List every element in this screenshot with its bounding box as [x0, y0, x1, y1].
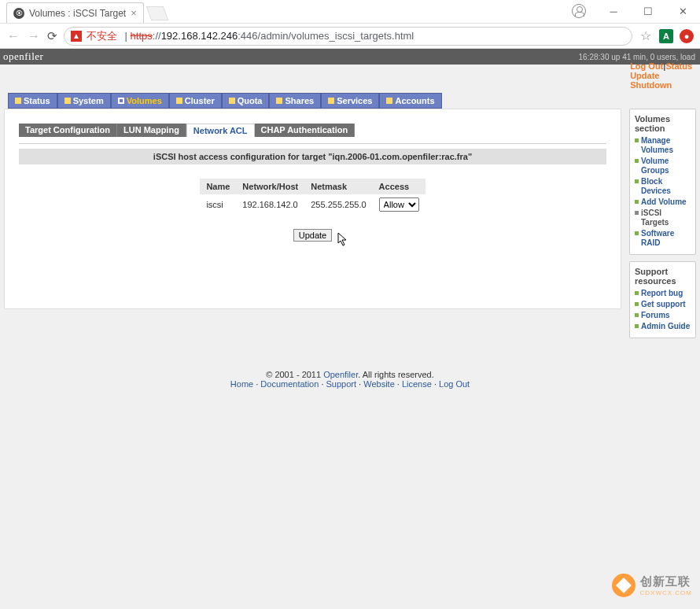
- sidebar-item-manage-volumes[interactable]: Manage Volumes: [635, 136, 691, 155]
- sub-tabs: Target Configuration LUN Mapping Network…: [19, 124, 606, 137]
- back-icon[interactable]: ←: [6, 29, 20, 43]
- forward-icon[interactable]: →: [27, 29, 41, 43]
- tab-title: Volumes : iSCSI Target: [29, 8, 126, 19]
- minimize-icon[interactable]: ─: [596, 0, 631, 22]
- cell-access: Allow: [373, 194, 426, 215]
- sidebar-item-block-devices[interactable]: Block Devices: [635, 177, 691, 196]
- uptime-status: 16:28:30 up 41 min, 0 users, load: [579, 53, 697, 61]
- shutdown-link[interactable]: Shutdown: [630, 80, 672, 90]
- nav-accounts[interactable]: Accounts: [379, 93, 441, 109]
- window-controls: ─ ☐ ✕: [562, 0, 700, 22]
- address-bar[interactable]: ▲ 不安全 | https://192.168.142.246:446/admi…: [64, 27, 632, 46]
- cell-network-host: 192.168.142.0: [236, 194, 304, 215]
- sidebar-item-report-bug[interactable]: Report bug: [635, 289, 691, 298]
- table-header-row: Name Network/Host Netmask Access: [200, 179, 425, 194]
- status-link[interactable]: Status: [665, 61, 692, 71]
- url-path: :446/admin/volumes_iscsi_targets.html: [238, 30, 414, 42]
- footer-home[interactable]: Home: [230, 379, 253, 389]
- insecure-icon: ▲: [71, 31, 82, 42]
- sidebar-support-section: Support resources Report bug Get support…: [629, 261, 696, 338]
- watermark-logo-icon: [612, 574, 636, 597]
- header-links: Log Out|Status Update Shutdown: [627, 61, 695, 90]
- col-netmask: Netmask: [304, 179, 372, 194]
- col-access: Access: [373, 179, 426, 194]
- update-button[interactable]: Update: [293, 229, 332, 242]
- footer-website[interactable]: Website: [363, 379, 395, 389]
- new-tab-button[interactable]: [146, 6, 168, 20]
- main-panel: Target Configuration LUN Mapping Network…: [4, 109, 621, 309]
- close-window-icon[interactable]: ✕: [665, 0, 700, 22]
- address-bar-row: ← → ⟳ ▲ 不安全 | https://192.168.142.246:44…: [0, 24, 700, 49]
- main-nav: Status System Volumes Cluster Quota Shar…: [8, 93, 700, 109]
- sidebar-item-add-volume[interactable]: Add Volume: [635, 197, 691, 207]
- user-menu-icon[interactable]: [562, 0, 596, 22]
- sidebar-item-admin-guide[interactable]: Admin Guide: [635, 322, 691, 331]
- tab-favicon: ⦿: [13, 8, 24, 19]
- page-footer: © 2001 - 2011 Openfiler. All rights rese…: [0, 370, 700, 389]
- browser-tab-bar: ⦿ Volumes : iSCSI Target × ─ ☐ ✕: [0, 0, 700, 24]
- subtab-network-acl[interactable]: Network ACL: [186, 124, 255, 137]
- nav-system[interactable]: System: [57, 93, 111, 109]
- watermark-sub: CDXWCX.COM: [640, 589, 692, 596]
- nav-services[interactable]: Services: [321, 93, 379, 109]
- insecure-label: 不安全: [87, 29, 117, 43]
- acl-table: Name Network/Host Netmask Access iscsi 1…: [200, 179, 425, 215]
- sidebar-item-iscsi-targets[interactable]: iSCSI Targets: [635, 209, 691, 227]
- star-icon[interactable]: ☆: [639, 28, 653, 43]
- cell-netmask: 255.255.255.0: [304, 194, 372, 215]
- cell-name: iscsi: [200, 194, 236, 215]
- watermark-text: 创新互联: [640, 574, 691, 588]
- maximize-icon[interactable]: ☐: [631, 0, 665, 22]
- nav-quota[interactable]: Quota: [222, 93, 270, 109]
- app-header: openfiler 16:28:30 up 41 min, 0 users, l…: [0, 49, 700, 65]
- subtab-chap-auth[interactable]: CHAP Authentication: [255, 124, 356, 137]
- sidebar-item-software-raid[interactable]: Software RAID: [635, 229, 691, 248]
- sidebar-item-volume-groups[interactable]: Volume Groups: [635, 157, 691, 175]
- col-name: Name: [200, 179, 236, 194]
- footer-openfiler-link[interactable]: Openfiler: [323, 370, 358, 379]
- footer-logout[interactable]: Log Out: [439, 379, 470, 389]
- close-icon[interactable]: ×: [131, 7, 137, 19]
- footer-license[interactable]: License: [402, 379, 432, 389]
- extension-a-icon[interactable]: A: [659, 29, 673, 43]
- config-title: iSCSI host access configuration for targ…: [19, 149, 606, 164]
- sidebar-item-get-support[interactable]: Get support: [635, 300, 691, 309]
- subtab-lun-mapping[interactable]: LUN Mapping: [117, 124, 186, 137]
- table-row: iscsi 192.168.142.0 255.255.255.0 Allow: [200, 194, 425, 215]
- nav-status[interactable]: Status: [8, 93, 57, 109]
- sidebar-item-forums[interactable]: Forums: [635, 311, 691, 320]
- reload-icon[interactable]: ⟳: [47, 29, 57, 43]
- app-logo: openfiler: [3, 50, 43, 63]
- url-host: 192.168.142.246: [161, 30, 238, 42]
- sidebar-volumes-section: Volumes section Manage Volumes Volume Gr…: [629, 109, 696, 255]
- sidebar-title-support: Support resources: [635, 267, 691, 286]
- browser-tab[interactable]: ⦿ Volumes : iSCSI Target ×: [6, 2, 144, 23]
- access-select[interactable]: Allow: [379, 197, 419, 212]
- watermark: 创新互联 CDXWCX.COM: [612, 574, 692, 597]
- nav-shares[interactable]: Shares: [269, 93, 321, 109]
- footer-support[interactable]: Support: [326, 379, 357, 389]
- url-scheme: https: [131, 30, 153, 42]
- logout-link[interactable]: Log Out: [630, 61, 663, 71]
- col-network-host: Network/Host: [236, 179, 304, 194]
- nav-volumes[interactable]: Volumes: [111, 93, 169, 109]
- nav-cluster[interactable]: Cluster: [169, 93, 222, 109]
- subtab-target-config[interactable]: Target Configuration: [19, 124, 117, 137]
- extension-red-icon[interactable]: ●: [680, 29, 694, 43]
- sidebar-title-volumes: Volumes section: [635, 114, 691, 133]
- update-link[interactable]: Update: [630, 71, 659, 80]
- footer-documentation[interactable]: Documentation: [260, 379, 319, 389]
- cursor-icon: [337, 232, 349, 248]
